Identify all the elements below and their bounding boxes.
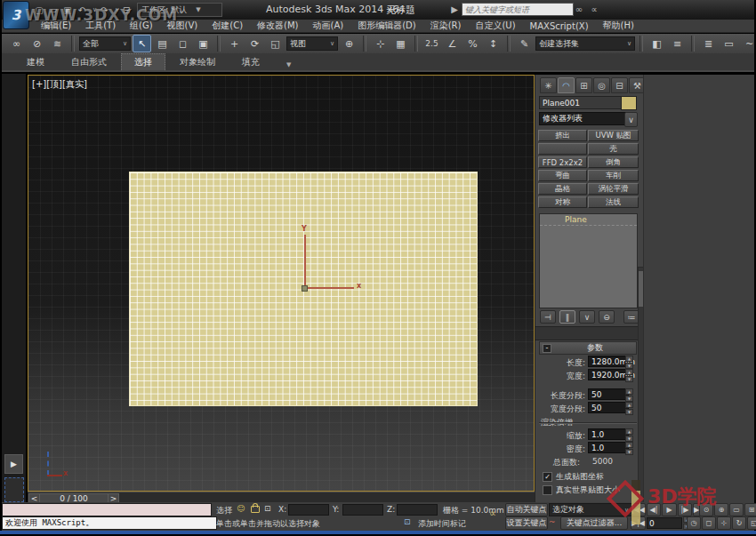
3ds-max-logo[interactable]: 3 — [3, 1, 29, 29]
select-and-scale-icon[interactable]: ◱ — [266, 35, 285, 52]
open-file-icon[interactable]: ▱ — [46, 4, 60, 17]
menu-rendering[interactable]: 渲染(R) — [423, 20, 469, 32]
isolate-toggle-icon[interactable]: ⊡ — [404, 517, 411, 526]
menu-group[interactable]: 组(G) — [123, 20, 160, 32]
spinner-up-icon[interactable]: ▲ — [625, 388, 633, 395]
menu-edit[interactable]: 编辑(E) — [34, 20, 78, 32]
zoom-extents-all-icon[interactable]: ⊞ — [744, 503, 756, 516]
edit-named-selection-sets-icon[interactable]: ✎ — [515, 35, 534, 52]
use-pivot-point-center-icon[interactable]: ⊕ — [340, 35, 358, 52]
tab-hierarchy-icon[interactable]: ⊞ — [575, 77, 592, 93]
key-mode-dropdown[interactable]: 选定对象 ∨ — [549, 503, 632, 516]
named-selection-set-dropdown[interactable]: 创建选择集 ∨ — [535, 36, 635, 51]
ribbon-tab-selection[interactable]: 选择 — [121, 53, 165, 70]
length-segs-field[interactable]: 50 — [588, 388, 629, 400]
time-configuration-icon[interactable]: ◷ — [687, 516, 701, 530]
rectangular-selection-region-icon[interactable]: ◻ — [173, 35, 192, 52]
spinner-down-icon[interactable]: ▼ — [625, 436, 633, 442]
zoom-extents-icon[interactable]: ▭ — [729, 503, 744, 516]
length-segs-spinner[interactable]: ▲▼ — [625, 388, 633, 402]
spinner-up-icon[interactable]: ▲ — [625, 402, 633, 408]
real-world-checkbox[interactable] — [543, 485, 552, 495]
align-icon[interactable]: ≡ — [668, 35, 687, 52]
key-filters-button[interactable]: 关键点过滤器... — [560, 516, 628, 530]
search-binoculars-icon[interactable]: ∞ — [572, 3, 586, 16]
menu-graph-editors[interactable]: 图形编辑器(D) — [350, 20, 423, 32]
save-file-icon[interactable]: ▣ — [60, 4, 75, 17]
tab-display-icon[interactable]: ⊟ — [611, 77, 628, 93]
show-end-result-icon[interactable]: ‖ — [559, 310, 575, 324]
ribbon-toggle-icon[interactable]: ▭ — [720, 35, 738, 52]
menu-maxscript[interactable]: MAXScript(X) — [523, 21, 596, 31]
zoom-icon[interactable]: ⊙ — [699, 503, 713, 516]
object-name-field[interactable]: Plane001 — [539, 96, 623, 109]
spinner-snap-icon[interactable]: ↕ — [484, 35, 503, 52]
select-and-move-icon[interactable]: + — [225, 35, 244, 52]
select-and-link-icon[interactable]: ∞ — [7, 35, 26, 52]
viewport-top[interactable]: [+][顶][真实] Y x x — [28, 75, 535, 492]
length-field[interactable]: 1280.0mm — [588, 356, 629, 367]
curve-editor-icon[interactable]: ~ — [740, 35, 756, 52]
spinner-down-icon[interactable]: ▼ — [625, 449, 633, 455]
ribbon-tab-freeform[interactable]: 自由形式 — [59, 54, 119, 70]
length-spinner[interactable]: ▲▼ — [625, 356, 633, 369]
density-field[interactable]: 1.0 — [588, 442, 629, 453]
make-unique-icon[interactable]: ∨ — [579, 310, 595, 324]
spinner-up-icon[interactable]: ▲ — [625, 442, 633, 448]
width-field[interactable]: 1920.0mm — [588, 369, 629, 380]
modifier-button-symmetry[interactable]: 对称 — [538, 196, 587, 208]
menu-create[interactable]: 创建(C) — [205, 20, 250, 32]
modifier-button-extrude[interactable]: 挤出 — [538, 130, 587, 141]
modifier-button-normal[interactable]: 法线 — [588, 196, 639, 208]
angle-snap-icon[interactable]: ∠ — [443, 35, 462, 52]
width-spinner[interactable]: ▲▼ — [625, 369, 633, 382]
rollout-collapse-icon[interactable]: - — [543, 344, 551, 353]
layout-tabs-expand-button[interactable]: ▶ — [4, 454, 23, 474]
object-color-swatch[interactable] — [621, 96, 637, 110]
modifier-button-lathe[interactable]: 车削 — [588, 170, 639, 181]
modifier-stack-list[interactable]: Plane — [539, 213, 638, 308]
modifier-button-bevel[interactable]: 倒角 — [588, 156, 639, 168]
generate-mapping-checkbox[interactable]: ✓ — [543, 472, 552, 482]
gizmo-x-axis[interactable] — [306, 287, 354, 289]
infocenter-expand-icon[interactable]: ▶ — [450, 3, 459, 16]
modifier-button-turbosmooth[interactable]: 涡轮平滑 — [588, 183, 639, 195]
tab-motion-icon[interactable]: ◎ — [593, 77, 610, 93]
current-frame-field[interactable] — [647, 517, 682, 529]
width-segs-spinner[interactable]: ▲▼ — [625, 402, 633, 415]
mirror-icon[interactable]: ◧ — [647, 35, 666, 52]
modifier-list-arrow-icon[interactable]: ∨ — [624, 112, 638, 127]
spinner-down-icon[interactable]: ▼ — [625, 409, 633, 415]
unlink-selection-icon[interactable]: ⊘ — [28, 35, 46, 52]
x-coord-field[interactable] — [288, 504, 329, 516]
pan-hand-icon[interactable]: ⊹ — [717, 516, 731, 530]
orbit-icon[interactable]: ↻ — [732, 516, 746, 530]
modifier-button-ffd-2x2x2[interactable]: FFD 2x2x2 — [538, 156, 587, 168]
plane-object[interactable]: Y x — [129, 172, 478, 406]
redo-icon[interactable]: ↷ — [97, 4, 111, 17]
select-object-icon[interactable]: ↖ — [133, 35, 151, 52]
spinner-down-icon[interactable]: ▼ — [625, 363, 633, 369]
modifier-button-lattice[interactable]: 晶格 — [538, 183, 587, 195]
project-folder-icon[interactable]: ⊟ — [119, 4, 133, 17]
add-time-tag-button[interactable]: 添加时间标记 — [418, 518, 466, 530]
isolate-selection-icon[interactable]: ☺ — [237, 504, 245, 513]
spinner-up-icon[interactable]: ▲ — [625, 356, 633, 362]
snap-toggle-icon[interactable]: 2.5 — [422, 35, 441, 52]
go-to-start-button[interactable]: |◀◀ — [631, 503, 646, 516]
key-filter-curve-icon[interactable]: ~ — [549, 517, 556, 526]
tab-create-icon[interactable]: ✳ — [540, 77, 557, 93]
new-file-icon[interactable]: ▢ — [32, 4, 46, 17]
layer-manager-icon[interactable]: ≣ — [699, 35, 718, 52]
density-spinner[interactable]: ▲▼ — [625, 442, 633, 455]
zoom-region-icon[interactable]: ◻ — [702, 516, 716, 530]
parameters-rollout-header[interactable]: - 参数 — [539, 341, 637, 355]
viewport-label[interactable]: [+][顶][真实] — [32, 78, 87, 91]
z-coord-field[interactable] — [397, 504, 438, 516]
spinner-down-icon[interactable]: ▼ — [625, 376, 633, 382]
bind-to-space-warp-icon[interactable]: ≋ — [48, 35, 67, 52]
macro-recorder-line[interactable] — [2, 503, 212, 516]
maxscript-listener-line[interactable]: 欢迎使用 MAXScript。 — [2, 516, 217, 530]
y-coord-field[interactable] — [342, 504, 383, 516]
set-key-button[interactable]: 设置关键点 — [505, 516, 548, 530]
